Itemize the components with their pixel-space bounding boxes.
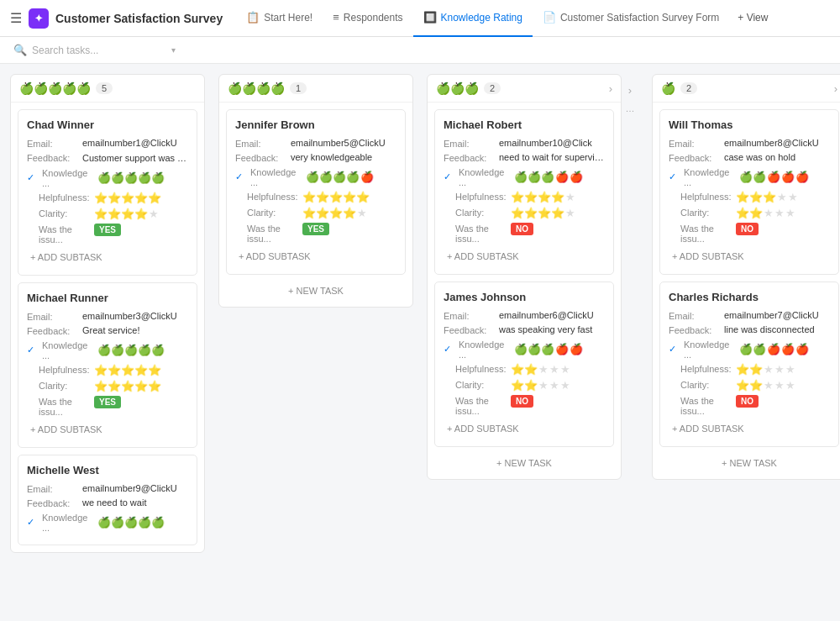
- column-3-apples: 🍏🍏🍏: [436, 82, 479, 95]
- column-2-apples: 🍏🍏🍏🍏: [228, 82, 285, 95]
- header: ☰ ✦ Customer Satisfaction Survey 📋 Start…: [0, 0, 840, 37]
- card-name: Michael Robert: [444, 118, 605, 131]
- column-4-apples: 🍏: [661, 82, 675, 95]
- new-task-button[interactable]: + NEW TASK: [226, 282, 406, 300]
- tab-form[interactable]: 📄 Customer Satisfaction Survey Form: [533, 0, 729, 37]
- add-subtask-button[interactable]: + ADD SUBTASK: [235, 247, 396, 266]
- card-will-thomas: Will Thomas Email: emailnumber8@ClickU F…: [659, 109, 839, 275]
- knowledge-row: ✓ Knowledge ... 🍏🍏🍏🍏🍏: [27, 167, 188, 188]
- add-subtask-button[interactable]: + ADD SUBTASK: [444, 247, 605, 266]
- card-name: Chad Winner: [27, 118, 188, 131]
- column-2: 🍏🍏🍏🍏 1 Jennifer Brown Email: emailnumber…: [218, 74, 413, 308]
- add-subtask-button[interactable]: + ADD SUBTASK: [669, 247, 830, 266]
- card-michelle-west: Michelle West Email: emailnumber9@ClickU…: [18, 455, 197, 545]
- column-3-count: 2: [484, 82, 501, 94]
- add-subtask-button[interactable]: + ADD SUBTASK: [444, 419, 605, 438]
- column-2-header: 🍏🍏🍏🍏 1: [219, 75, 412, 103]
- column-2-cards: Jennifer Brown Email: emailnumber5@Click…: [219, 103, 412, 307]
- menu-icon[interactable]: ☰: [10, 10, 22, 26]
- column-3-side: › …: [622, 74, 638, 113]
- respondents-icon: ≡: [333, 11, 339, 24]
- check-icon: ✓: [27, 172, 37, 183]
- card-name: Jennifer Brown: [235, 118, 396, 131]
- page-title: Customer Satisfaction Survey: [55, 12, 223, 25]
- column-4-arrow[interactable]: ›: [834, 82, 837, 95]
- search-input[interactable]: [32, 45, 166, 56]
- column-4-count: 2: [680, 82, 697, 94]
- card-name: Will Thomas: [669, 118, 830, 131]
- clarity-row: Clarity: ⭐⭐⭐⭐★: [27, 208, 188, 220]
- helpfulness-row: Helpfulness: ⭐⭐⭐⭐⭐: [27, 192, 188, 204]
- column-4-header: 🍏 2 ›: [653, 75, 840, 103]
- knowledge-icon: 🔲: [423, 11, 437, 24]
- column-1-apples: 🍏🍏🍏🍏🍏: [19, 82, 91, 95]
- card-name: Michelle West: [27, 464, 188, 476]
- card-jennifer-brown: Jennifer Brown Email: emailnumber5@Click…: [226, 109, 406, 275]
- issue-row: Was the issu... YES: [27, 224, 188, 245]
- tab-knowledge[interactable]: 🔲 Knowledge Rating: [413, 0, 533, 37]
- new-task-button[interactable]: + NEW TASK: [434, 454, 614, 472]
- tab-respondents[interactable]: ≡ Respondents: [323, 0, 412, 37]
- form-icon: 📄: [543, 11, 556, 24]
- card-michael-robert: Michael Robert Email: emailnumber10@Clic…: [434, 109, 614, 275]
- add-subtask-button[interactable]: + ADD SUBTASK: [669, 419, 830, 438]
- column-1-count: 5: [96, 82, 113, 94]
- tab-view[interactable]: + View: [729, 0, 776, 37]
- card-charles-richards: Charles Richards Email: emailnumber7@Cli…: [659, 282, 839, 447]
- add-subtask-button[interactable]: + ADD SUBTASK: [27, 420, 188, 439]
- card-name: Michael Runner: [27, 292, 188, 304]
- card-name: James Johnson: [444, 291, 605, 303]
- card-michael-runner: Michael Runner Email: emailnumber3@Click…: [18, 282, 197, 448]
- collapse-arrow[interactable]: ›: [628, 84, 632, 97]
- app-logo: ✦: [29, 8, 49, 29]
- column-3-cards: Michael Robert Email: emailnumber10@Clic…: [428, 103, 621, 479]
- nav-tabs: 📋 Start Here! ≡ Respondents 🔲 Knowledge …: [236, 0, 776, 37]
- column-3-arrow[interactable]: ›: [609, 82, 612, 95]
- column-1-cards: Chad Winner Email: emailnumber1@ClickU F…: [11, 103, 204, 552]
- column-3-header: 🍏🍏🍏 2 ›: [428, 75, 621, 103]
- card-name: Charles Richards: [669, 291, 830, 303]
- search-icon: 🔍: [13, 44, 27, 56]
- add-subtask-button[interactable]: + ADD SUBTASK: [27, 248, 188, 266]
- feedback-row: Feedback: Customer support was awesome! …: [27, 152, 188, 164]
- card-chad-winner: Chad Winner Email: emailnumber1@ClickU F…: [18, 109, 197, 276]
- search-chevron-icon[interactable]: ▾: [171, 45, 176, 55]
- tab-start[interactable]: 📋 Start Here!: [236, 0, 323, 37]
- new-task-button[interactable]: + NEW TASK: [659, 454, 839, 472]
- column-1: 🍏🍏🍏🍏🍏 5 Chad Winner Email: emailnumber1@…: [10, 74, 205, 553]
- column-3: 🍏🍏🍏 2 › Michael Robert Email: emailnumbe…: [427, 74, 622, 480]
- column-4-cards: Will Thomas Email: emailnumber8@ClickU F…: [653, 103, 840, 479]
- side-dots[interactable]: …: [626, 103, 635, 113]
- card-james-johnson: James Johnson Email: emailnumber6@ClickU…: [434, 282, 614, 447]
- email-row: Email: emailnumber1@ClickU: [27, 138, 188, 149]
- column-4: 🍏 2 › Will Thomas Email: emailnumber8@Cl…: [652, 74, 840, 480]
- column-1-header: 🍏🍏🍏🍏🍏 5: [11, 75, 204, 103]
- column-2-count: 1: [290, 82, 307, 94]
- board: 🍏🍏🍏🍏🍏 5 Chad Winner Email: emailnumber1@…: [0, 64, 840, 611]
- search-bar: 🔍 ▾: [0, 37, 840, 64]
- start-icon: 📋: [246, 11, 260, 24]
